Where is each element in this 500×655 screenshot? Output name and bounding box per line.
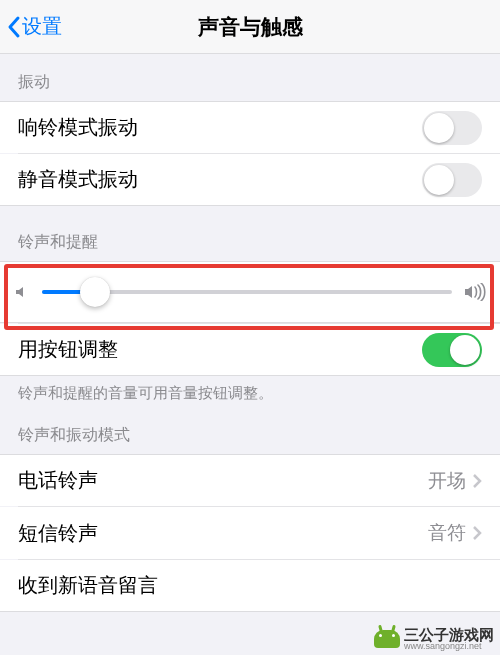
row-ringtone[interactable]: 电话铃声 开场 — [0, 454, 500, 506]
volume-max-icon — [464, 283, 486, 301]
row-label: 静音模式振动 — [18, 166, 138, 193]
row-label: 电话铃声 — [18, 467, 98, 494]
switch-silent-vibrate[interactable] — [422, 163, 482, 197]
row-volume-slider — [0, 261, 500, 323]
chevron-left-icon — [6, 15, 22, 39]
row-change-with-buttons[interactable]: 用按钮调整 — [0, 324, 500, 376]
back-button[interactable]: 设置 — [6, 13, 62, 40]
group-header-vibration: 振动 — [0, 54, 500, 101]
volume-min-icon — [14, 284, 30, 300]
watermark-brand: 三公子游戏网 — [404, 627, 494, 642]
watermark-url: www.sangongzi.net — [404, 642, 494, 651]
switch-ring-vibrate[interactable] — [422, 111, 482, 145]
group-footer-ringer: 铃声和提醒的音量可用音量按钮调整。 — [0, 376, 500, 411]
navbar: 设置 声音与触感 — [0, 0, 500, 54]
row-texttone[interactable]: 短信铃声 音符 — [0, 507, 500, 559]
row-label: 响铃模式振动 — [18, 114, 138, 141]
group-header-patterns: 铃声和振动模式 — [0, 411, 500, 454]
row-label: 短信铃声 — [18, 520, 98, 547]
row-value: 音符 — [428, 520, 466, 546]
row-voicemail[interactable]: 收到新语音留言 — [0, 560, 500, 612]
page-title: 声音与触感 — [198, 13, 303, 41]
row-ring-vibrate[interactable]: 响铃模式振动 — [0, 101, 500, 153]
back-label: 设置 — [22, 13, 62, 40]
row-silent-vibrate[interactable]: 静音模式振动 — [0, 154, 500, 206]
chevron-right-icon — [472, 473, 482, 489]
switch-change-with-buttons[interactable] — [422, 333, 482, 367]
row-value: 开场 — [428, 468, 466, 494]
chevron-right-icon — [472, 525, 482, 541]
watermark: 三公子游戏网 www.sangongzi.net — [374, 627, 494, 651]
volume-slider[interactable] — [42, 290, 452, 294]
row-label: 用按钮调整 — [18, 336, 118, 363]
group-header-ringer: 铃声和提醒 — [0, 206, 500, 261]
watermark-logo-icon — [374, 630, 400, 648]
row-label: 收到新语音留言 — [18, 572, 158, 599]
slider-thumb[interactable] — [80, 277, 110, 307]
